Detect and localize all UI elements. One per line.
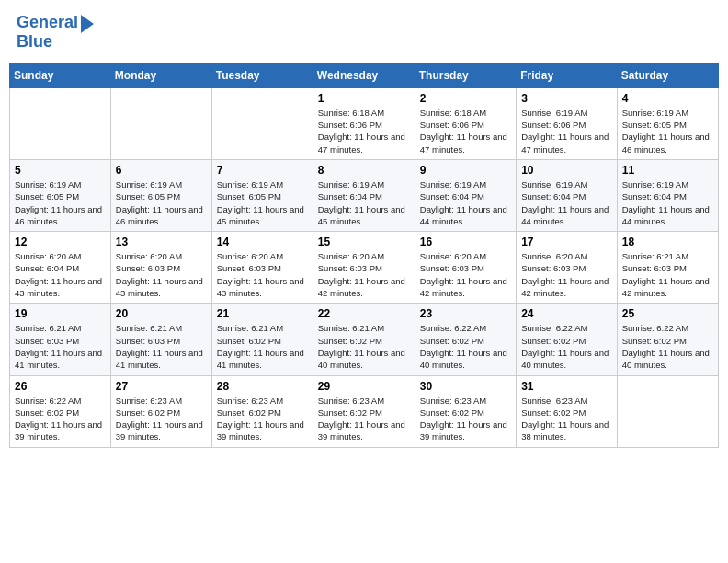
calendar-table: SundayMondayTuesdayWednesdayThursdayFrid… (9, 63, 719, 448)
day-number: 19 (15, 307, 106, 320)
calendar-cell (10, 87, 111, 159)
day-info: Sunrise: 6:19 AMSunset: 6:05 PMDaylight:… (15, 178, 106, 227)
calendar-cell: 5Sunrise: 6:19 AMSunset: 6:05 PMDaylight… (10, 159, 111, 231)
logo-arrow-icon (81, 15, 94, 33)
day-info: Sunrise: 6:19 AMSunset: 6:04 PMDaylight:… (622, 178, 713, 227)
calendar-cell: 19Sunrise: 6:21 AMSunset: 6:03 PMDayligh… (10, 304, 111, 375)
calendar-cell: 27Sunrise: 6:23 AMSunset: 6:02 PMDayligh… (110, 375, 211, 447)
calendar-cell: 9Sunrise: 6:19 AMSunset: 6:04 PMDaylight… (415, 159, 516, 231)
day-number: 27 (116, 380, 207, 393)
day-info: Sunrise: 6:23 AMSunset: 6:02 PMDaylight:… (420, 395, 511, 443)
day-number: 13 (116, 236, 207, 248)
day-info: Sunrise: 6:21 AMSunset: 6:03 PMDaylight:… (622, 250, 713, 299)
calendar-cell: 11Sunrise: 6:19 AMSunset: 6:04 PMDayligh… (617, 159, 718, 231)
day-number: 14 (217, 236, 308, 248)
calendar-cell: 23Sunrise: 6:22 AMSunset: 6:02 PMDayligh… (415, 304, 516, 375)
page-header: General Blue (9, 9, 719, 55)
day-number: 4 (622, 92, 713, 105)
calendar-cell: 2Sunrise: 6:18 AMSunset: 6:06 PMDaylight… (415, 87, 516, 159)
day-info: Sunrise: 6:20 AMSunset: 6:03 PMDaylight:… (116, 250, 207, 299)
day-info: Sunrise: 6:18 AMSunset: 6:06 PMDaylight:… (420, 107, 511, 155)
day-number: 28 (217, 380, 308, 393)
calendar-cell: 31Sunrise: 6:23 AMSunset: 6:02 PMDayligh… (517, 375, 618, 447)
day-number: 11 (622, 164, 713, 177)
day-info: Sunrise: 6:23 AMSunset: 6:02 PMDaylight:… (521, 395, 612, 443)
calendar-cell: 18Sunrise: 6:21 AMSunset: 6:03 PMDayligh… (617, 232, 718, 304)
day-number: 25 (622, 307, 713, 320)
day-number: 9 (420, 164, 511, 177)
day-info: Sunrise: 6:21 AMSunset: 6:02 PMDaylight:… (217, 322, 308, 371)
calendar-cell: 4Sunrise: 6:19 AMSunset: 6:05 PMDaylight… (617, 87, 718, 159)
weekday-header-saturday: Saturday (617, 63, 718, 87)
calendar-cell: 24Sunrise: 6:22 AMSunset: 6:02 PMDayligh… (517, 304, 618, 375)
calendar-cell: 20Sunrise: 6:21 AMSunset: 6:03 PMDayligh… (110, 304, 211, 375)
weekday-header-tuesday: Tuesday (211, 63, 313, 87)
calendar-cell: 16Sunrise: 6:20 AMSunset: 6:03 PMDayligh… (415, 232, 516, 304)
day-info: Sunrise: 6:22 AMSunset: 6:02 PMDaylight:… (521, 322, 612, 371)
calendar-cell: 7Sunrise: 6:19 AMSunset: 6:05 PMDaylight… (211, 159, 313, 231)
calendar-cell: 10Sunrise: 6:19 AMSunset: 6:04 PMDayligh… (517, 159, 618, 231)
day-number: 8 (318, 164, 410, 177)
day-number: 29 (318, 380, 410, 393)
calendar-cell (617, 375, 718, 447)
day-number: 15 (318, 236, 410, 248)
calendar-cell: 26Sunrise: 6:22 AMSunset: 6:02 PMDayligh… (10, 375, 111, 447)
day-number: 20 (116, 307, 207, 320)
calendar-cell: 29Sunrise: 6:23 AMSunset: 6:02 PMDayligh… (313, 375, 415, 447)
day-info: Sunrise: 6:19 AMSunset: 6:04 PMDaylight:… (420, 178, 511, 227)
weekday-header-sunday: Sunday (10, 63, 111, 87)
day-info: Sunrise: 6:19 AMSunset: 6:05 PMDaylight:… (116, 178, 207, 227)
weekday-header-monday: Monday (110, 63, 211, 87)
day-info: Sunrise: 6:23 AMSunset: 6:02 PMDaylight:… (217, 395, 308, 443)
day-number: 5 (15, 164, 106, 177)
calendar-cell: 15Sunrise: 6:20 AMSunset: 6:03 PMDayligh… (313, 232, 415, 304)
day-info: Sunrise: 6:20 AMSunset: 6:03 PMDaylight:… (420, 250, 511, 299)
day-number: 7 (217, 164, 308, 177)
weekday-header-wednesday: Wednesday (313, 63, 415, 87)
calendar-week-row: 19Sunrise: 6:21 AMSunset: 6:03 PMDayligh… (10, 304, 719, 375)
day-info: Sunrise: 6:19 AMSunset: 6:04 PMDaylight:… (521, 178, 612, 227)
calendar-cell: 1Sunrise: 6:18 AMSunset: 6:06 PMDaylight… (313, 87, 415, 159)
calendar-cell: 14Sunrise: 6:20 AMSunset: 6:03 PMDayligh… (211, 232, 313, 304)
calendar-cell: 22Sunrise: 6:21 AMSunset: 6:02 PMDayligh… (313, 304, 415, 375)
day-info: Sunrise: 6:22 AMSunset: 6:02 PMDaylight:… (420, 322, 511, 371)
day-number: 2 (420, 92, 511, 105)
calendar-cell (211, 87, 313, 159)
day-number: 3 (521, 92, 612, 105)
day-info: Sunrise: 6:20 AMSunset: 6:03 PMDaylight:… (217, 250, 308, 299)
calendar-week-row: 26Sunrise: 6:22 AMSunset: 6:02 PMDayligh… (10, 375, 719, 447)
weekday-header-row: SundayMondayTuesdayWednesdayThursdayFrid… (10, 63, 719, 87)
day-info: Sunrise: 6:19 AMSunset: 6:04 PMDaylight:… (318, 178, 410, 227)
calendar-cell: 3Sunrise: 6:19 AMSunset: 6:06 PMDaylight… (517, 87, 618, 159)
day-info: Sunrise: 6:19 AMSunset: 6:06 PMDaylight:… (521, 107, 612, 155)
calendar-cell (110, 87, 211, 159)
calendar-cell: 21Sunrise: 6:21 AMSunset: 6:02 PMDayligh… (211, 304, 313, 375)
day-number: 10 (521, 164, 612, 177)
calendar-cell: 30Sunrise: 6:23 AMSunset: 6:02 PMDayligh… (415, 375, 516, 447)
day-info: Sunrise: 6:18 AMSunset: 6:06 PMDaylight:… (318, 107, 410, 155)
day-info: Sunrise: 6:20 AMSunset: 6:04 PMDaylight:… (15, 250, 106, 299)
calendar-cell: 13Sunrise: 6:20 AMSunset: 6:03 PMDayligh… (110, 232, 211, 304)
day-info: Sunrise: 6:23 AMSunset: 6:02 PMDaylight:… (318, 395, 410, 443)
day-info: Sunrise: 6:22 AMSunset: 6:02 PMDaylight:… (622, 322, 713, 371)
day-number: 31 (521, 380, 612, 393)
day-number: 24 (521, 307, 612, 320)
day-number: 18 (622, 236, 713, 248)
day-number: 21 (217, 307, 308, 320)
day-info: Sunrise: 6:23 AMSunset: 6:02 PMDaylight:… (116, 395, 207, 443)
day-info: Sunrise: 6:19 AMSunset: 6:05 PMDaylight:… (217, 178, 308, 227)
day-number: 30 (420, 380, 511, 393)
day-number: 22 (318, 307, 410, 320)
logo-text-line2: Blue (17, 33, 94, 52)
weekday-header-thursday: Thursday (415, 63, 516, 87)
day-info: Sunrise: 6:22 AMSunset: 6:02 PMDaylight:… (15, 395, 106, 443)
day-number: 12 (15, 236, 106, 248)
calendar-cell: 28Sunrise: 6:23 AMSunset: 6:02 PMDayligh… (211, 375, 313, 447)
calendar-cell: 25Sunrise: 6:22 AMSunset: 6:02 PMDayligh… (617, 304, 718, 375)
day-info: Sunrise: 6:20 AMSunset: 6:03 PMDaylight:… (521, 250, 612, 299)
day-info: Sunrise: 6:21 AMSunset: 6:03 PMDaylight:… (15, 322, 106, 371)
day-number: 17 (521, 236, 612, 248)
day-number: 6 (116, 164, 207, 177)
calendar-cell: 12Sunrise: 6:20 AMSunset: 6:04 PMDayligh… (10, 232, 111, 304)
calendar-cell: 8Sunrise: 6:19 AMSunset: 6:04 PMDaylight… (313, 159, 415, 231)
